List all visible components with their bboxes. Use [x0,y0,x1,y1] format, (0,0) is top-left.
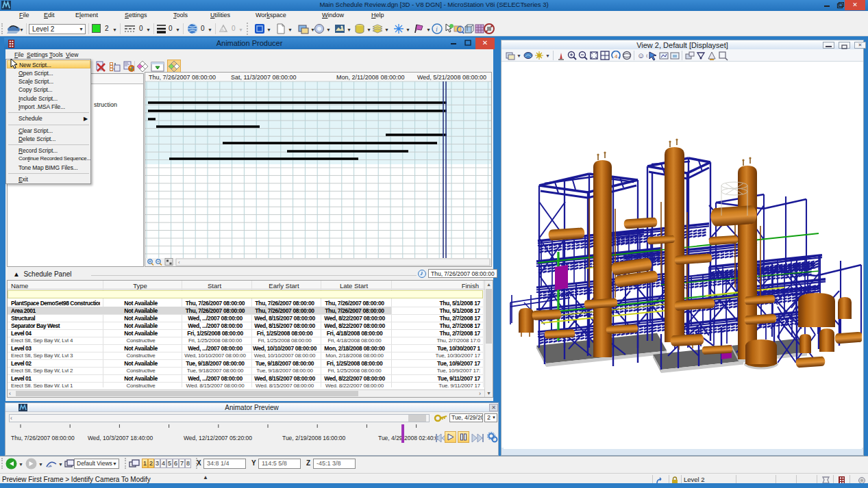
svg-text:Sat, 11/3/2007 08:00:00: Sat, 11/3/2007 08:00:00 [231,74,296,81]
svg-text:Mon, 2/11/2008 08:00:00: Mon, 2/11/2008 08:00:00 [336,74,404,81]
svg-text:Thu, 7/26/2007 08:00:00: Thu, 7/26/2007 08:00:00 [149,74,216,81]
svg-text:4: 4 [615,53,618,60]
svg-text:i: i [436,25,438,33]
svg-text:‹: ‹ [178,259,180,266]
svg-text:☺☺: ☺☺ [637,51,647,60]
svg-text:Wed, 5/21/2008 08:00:00: Wed, 5/21/2008 08:00:00 [417,74,486,81]
